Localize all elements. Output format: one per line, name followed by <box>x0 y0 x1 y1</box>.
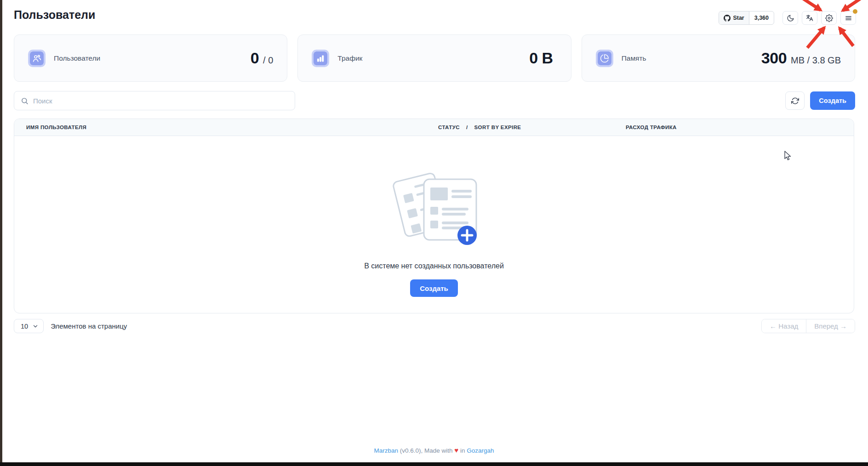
moon-icon <box>787 14 794 22</box>
bar-chart-icon <box>312 50 329 67</box>
column-traffic[interactable]: РАСХОД ТРАФИКА <box>626 125 677 130</box>
stat-value: 300 <box>761 49 787 67</box>
search-icon <box>21 97 29 105</box>
stat-card-users: Пользователи 0 / 0 <box>14 34 287 82</box>
screen-bottom-edge <box>0 462 868 466</box>
prev-page-button[interactable]: ← Назад <box>762 319 806 333</box>
refresh-button[interactable] <box>785 91 805 110</box>
sort-by-status[interactable]: СТАТУС <box>438 125 460 130</box>
footer-version-text: (v0.6.0), Made with <box>400 447 453 454</box>
menu-icon <box>845 14 852 22</box>
stat-value-suffix: MB / 3.8 GB <box>791 55 841 66</box>
settings-button[interactable] <box>821 11 837 25</box>
search-box[interactable] <box>14 91 295 110</box>
empty-documents-illustration <box>389 163 479 249</box>
stat-value: 0 <box>251 49 259 67</box>
stats-row: Пользователи 0 / 0 Трафик 0 B <box>14 34 855 82</box>
gozargah-link[interactable]: Gozargah <box>467 447 494 454</box>
pie-chart-icon <box>596 50 613 67</box>
marzban-link[interactable]: Marzban <box>374 447 398 454</box>
github-star-widget[interactable]: Star 3,360 <box>719 11 774 25</box>
header-controls: Star 3,360 <box>719 11 856 25</box>
github-star-button[interactable]: Star <box>719 11 749 24</box>
github-star-count[interactable]: 3,360 <box>749 11 774 24</box>
users-icon <box>28 50 46 67</box>
chevron-down-icon <box>32 323 39 330</box>
page-size-value: 10 <box>21 323 28 330</box>
page-title: Пользователи <box>14 8 95 22</box>
screen-left-edge <box>0 0 2 466</box>
stat-card-memory: Память 300 MB / 3.8 GB <box>582 34 855 82</box>
github-logo-icon <box>724 15 731 22</box>
github-star-label: Star <box>733 15 744 21</box>
column-username[interactable]: ИМЯ ПОЛЬЗОВАТЕЛЯ <box>26 125 86 130</box>
pagination: 10 Элементов на страницу ← Назад Вперед … <box>14 319 855 333</box>
translate-icon <box>805 14 814 22</box>
footer-in-text: in <box>460 447 465 454</box>
page-size-label: Элементов на страницу <box>51 322 127 330</box>
sort-by-expire[interactable]: SORT BY EXPIRE <box>474 125 521 130</box>
stat-card-traffic: Трафик 0 B <box>297 34 571 82</box>
next-page-button[interactable]: Вперед → <box>806 319 855 333</box>
table-header: ИМЯ ПОЛЬЗОВАТЕЛЯ СТАТУС / SORT BY EXPIRE… <box>14 119 854 136</box>
empty-state-create-button[interactable]: Создать <box>410 279 458 297</box>
toolbar: Создать <box>14 91 855 110</box>
empty-state-message: В системе нет созданных пользователей <box>364 262 504 270</box>
page-size-select[interactable]: 10 <box>14 319 44 333</box>
notification-dot <box>853 9 857 14</box>
sort-separator: / <box>466 125 468 130</box>
dark-mode-button[interactable] <box>782 11 798 25</box>
empty-state: В системе нет созданных пользователей Со… <box>14 136 854 297</box>
stat-label: Пользователи <box>54 54 100 63</box>
search-input[interactable] <box>33 97 288 105</box>
stat-value-suffix: / 0 <box>263 55 273 66</box>
column-status-expire: СТАТУС / SORT BY EXPIRE <box>438 125 521 130</box>
heart-icon: ♥ <box>454 446 458 454</box>
stat-label: Память <box>622 54 646 63</box>
marzban-users-page: Пользователи Star 3,360 <box>0 0 868 466</box>
refresh-icon <box>791 97 799 105</box>
pager-buttons: ← Назад Вперед → <box>761 319 855 333</box>
language-button[interactable] <box>802 11 817 25</box>
users-table: ИМЯ ПОЛЬЗОВАТЕЛЯ СТАТУС / SORT BY EXPIRE… <box>14 119 854 313</box>
menu-button[interactable] <box>840 11 856 25</box>
footer: Marzban (v0.6.0), Made with ♥ in Gozarga… <box>0 446 868 454</box>
stat-value: 0 B <box>529 49 553 67</box>
create-user-button[interactable]: Создать <box>810 91 855 110</box>
gear-icon <box>825 14 833 22</box>
stat-label: Трафик <box>337 54 362 63</box>
